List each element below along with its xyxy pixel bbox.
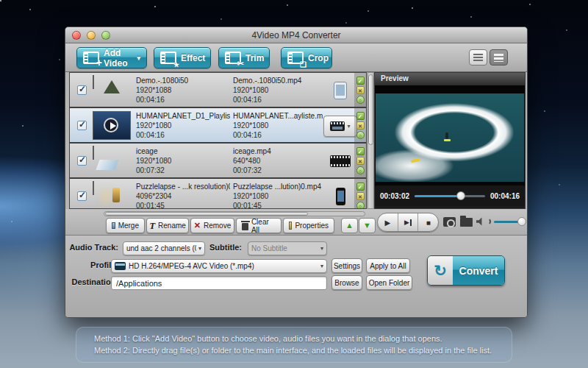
source-resolution: 1920*1080 — [136, 156, 230, 166]
clear-all-label: Clear All — [251, 218, 276, 234]
open-folder-icon[interactable] — [460, 218, 473, 227]
output-duration: 00:07:32 — [233, 166, 323, 175]
video-thumbnail — [93, 111, 131, 140]
source-duration: 00:04:16 — [136, 95, 230, 105]
desktop-stars — [0, 0, 1, 1]
remove-button[interactable]: ✕ Remove — [190, 218, 234, 233]
profile-dropdown[interactable]: HD H.264/MPEG-4 AVC Video (*.mp4) ▾ — [111, 259, 327, 273]
seek-thumb[interactable] — [456, 191, 465, 200]
film-effect-icon — [160, 52, 176, 64]
minimize-button[interactable] — [87, 31, 96, 40]
video-thumbnail — [93, 75, 94, 89]
merge-button[interactable]: Merge — [106, 218, 145, 233]
properties-button[interactable]: Properties — [283, 218, 334, 233]
status-ring-icon — [356, 96, 365, 104]
row-checkbox[interactable] — [77, 156, 87, 166]
play-button[interactable] — [378, 213, 398, 231]
audio-track-label: Audio Track: — [68, 243, 118, 252]
row-checkbox[interactable] — [77, 121, 87, 130]
output-duration: 00:04:16 — [233, 95, 323, 105]
apply-to-all-button[interactable]: Apply to All — [366, 258, 410, 273]
device-format-dropdown[interactable]: ▾ — [323, 116, 357, 137]
file-row-3[interactable]: iceage 1920*1080 00:07:32 iceage.mp4 640… — [70, 144, 366, 179]
output-duration: 00:04:16 — [233, 130, 323, 140]
seek-track[interactable] — [415, 195, 485, 197]
method-2-text: Method 2: Directly drag file(s) or folde… — [94, 344, 512, 356]
profile-format-icon — [115, 262, 126, 270]
file-list-hscrollbar[interactable] — [104, 211, 365, 216]
row-checkbox[interactable] — [77, 85, 87, 95]
open-folder-button[interactable]: Open Folder — [366, 275, 412, 290]
crop-button[interactable]: Crop — [281, 47, 332, 68]
source-duration: 00:04:16 — [136, 130, 230, 140]
trim-button[interactable]: Trim — [218, 47, 270, 68]
output-duration: 00:01:45 — [233, 201, 323, 209]
rename-button[interactable]: T Rename — [146, 218, 189, 233]
hscrollbar-thumb[interactable] — [105, 212, 308, 216]
titlebar[interactable]: 4Video MP4 Converter — [65, 27, 527, 43]
chevron-down-icon: ▾ — [347, 123, 350, 130]
move-up-button[interactable]: ▲ — [341, 218, 358, 233]
zoom-button[interactable] — [101, 31, 110, 40]
audio-track-dropdown[interactable]: und aac 2 channels (0x2 ▾ — [123, 241, 205, 255]
settings-button[interactable]: Settings — [331, 258, 362, 273]
step-forward-button[interactable] — [398, 213, 419, 231]
file-row-4[interactable]: Puzzlelapse - ...k resolution)0 4096*230… — [70, 179, 366, 209]
row-checkbox[interactable] — [77, 191, 87, 201]
scrollbar-thumb[interactable] — [368, 74, 373, 145]
merge-icon — [112, 222, 115, 229]
snapshot-camera-icon[interactable] — [443, 217, 456, 227]
window-title: 4Video MP4 Converter — [65, 30, 527, 40]
document-icon — [289, 222, 292, 230]
add-video-button[interactable]: Add Video ▾ — [76, 47, 147, 68]
rename-label: Rename — [158, 222, 186, 230]
rename-icon: T — [149, 222, 155, 230]
preview-pane: Preview 00:03:02 00:04:16 — [374, 72, 526, 209]
status-ring-icon — [356, 202, 365, 210]
compact-view-toggle[interactable] — [490, 49, 508, 66]
convert-button[interactable]: Convert — [427, 255, 505, 286]
merge-label: Merge — [118, 222, 139, 230]
chevron-down-icon: ▾ — [320, 263, 323, 269]
volume-thumb[interactable] — [517, 217, 526, 226]
output-resolution: 1920*1080 — [233, 121, 323, 130]
move-down-button[interactable]: ▼ — [359, 218, 376, 233]
preview-video — [375, 85, 525, 187]
file-list: Demo.-.1080i50 1920*1088 00:04:16 Demo.-… — [69, 72, 367, 209]
audio-track-value: und aac 2 channels (0x2 — [126, 244, 196, 252]
file-list-scrollbar[interactable] — [368, 72, 374, 209]
close-button[interactable] — [72, 31, 81, 40]
status-close-icon — [356, 192, 365, 200]
source-name: iceage — [136, 146, 230, 156]
transport-controls — [377, 213, 439, 232]
row-status-strip — [354, 73, 366, 107]
status-ok-icon — [356, 183, 365, 191]
film-trim-icon — [225, 52, 241, 64]
speaker-icon[interactable] — [476, 217, 485, 226]
volume-slider[interactable] — [494, 221, 523, 223]
file-row-2[interactable]: HUMANPLANET_D1_Playliste 1920*1080 00:04… — [70, 108, 366, 144]
remove-icon: ✕ — [194, 221, 201, 230]
settings-label: Settings — [334, 262, 360, 270]
browse-button[interactable]: Browse — [331, 275, 362, 290]
source-resolution: 1920*1088 — [136, 85, 230, 95]
kayak-shape — [411, 158, 421, 163]
output-name: Demo.-.1080i50.mp4 — [233, 76, 323, 85]
effect-button[interactable]: Effect — [154, 47, 211, 68]
play-overlay-icon[interactable] — [104, 118, 118, 132]
output-name: Puzzlelapse ...lution)0.mp4 — [233, 182, 323, 191]
seek-progress — [415, 195, 461, 197]
clear-all-button[interactable]: Clear All — [236, 218, 282, 233]
source-name: Puzzlelapse - ...k resolution)0 — [136, 182, 230, 191]
phone-device-icon — [336, 188, 345, 205]
detail-view-toggle[interactable] — [469, 49, 487, 66]
file-row-1[interactable]: Demo.-.1080i50 1920*1088 00:04:16 Demo.-… — [70, 73, 366, 108]
video-thumbnail — [93, 181, 94, 195]
open-folder-label: Open Folder — [369, 279, 410, 287]
crop-label: Crop — [308, 53, 329, 63]
subtitle-dropdown[interactable]: No Subtitle ▾ — [248, 241, 327, 255]
chevron-down-icon: ▾ — [320, 245, 323, 252]
destination-input[interactable] — [111, 276, 327, 290]
stop-button[interactable] — [418, 213, 438, 231]
control-band: Merge T Rename ✕ Remove Clear All Proper… — [65, 209, 527, 235]
